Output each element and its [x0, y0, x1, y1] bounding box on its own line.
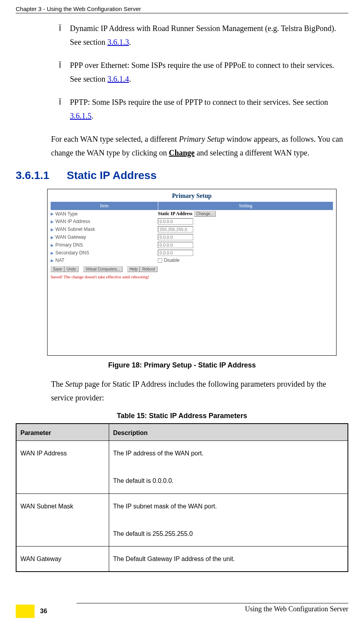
- bullet-text: Dynamic IP Address with Road Runner Sess…: [70, 22, 344, 49]
- row-value: Static IP Address: [158, 211, 192, 217]
- page-footer: Using the Web Configuration Server: [16, 603, 348, 613]
- row-label: WAN IP Address: [55, 219, 90, 224]
- caret-icon: ▶: [51, 227, 54, 232]
- checkbox-label: Disable: [164, 258, 179, 263]
- bullet-text: PPP over Ethernet: Some ISPs require the…: [70, 58, 344, 86]
- figure-row-dns2: ▶Secondary DNS 0.0.0.0: [51, 249, 333, 257]
- section-link[interactable]: 3.6.1.3: [108, 38, 129, 46]
- table-title: Table 15: Static IP Address Parameters: [16, 412, 348, 420]
- figure-row-wan-type: ▶WAN Type Static IP Address Change...: [51, 210, 333, 217]
- bullet-marker: Ï: [59, 22, 70, 35]
- text: .: [129, 75, 131, 83]
- text: The IP subnet mask of the WAN port.: [113, 503, 217, 510]
- table-row: WAN IP Address The IP address of the WAN…: [16, 441, 348, 494]
- figure-caption: Figure 18: Primary Setup - Static IP Add…: [16, 361, 348, 369]
- figure-inner-title: Primary Setup: [48, 192, 336, 199]
- text: .: [91, 111, 93, 120]
- row-label: Secondary DNS: [55, 250, 89, 256]
- wan-ip-input[interactable]: 0.0.0.0: [158, 218, 193, 225]
- param-name: WAN Subnet Mask: [16, 493, 109, 546]
- bullet-2: Ï PPP over Ethernet: Some ISPs require t…: [59, 58, 344, 86]
- figure-table-header: Item Setting: [51, 202, 333, 210]
- primary-dns-input[interactable]: 0.0.0.0: [158, 242, 193, 248]
- text: and selecting a different WAN type.: [195, 148, 309, 157]
- section-number: 3.6.1.1: [16, 169, 67, 182]
- page-number: 36: [40, 608, 47, 615]
- row-label: WAN Gateway: [55, 234, 86, 240]
- text: The: [51, 380, 65, 388]
- table-row: WAN Subnet Mask The IP subnet mask of th…: [16, 493, 348, 546]
- text: The default is 255.255.255.0: [113, 530, 193, 537]
- text: PPTP: Some ISPs require the use of PPTP …: [70, 98, 328, 106]
- page-header: Chapter 3 - Using the Web Configuration …: [16, 5, 348, 13]
- figure-row-gateway: ▶WAN Gateway 0.0.0.0: [51, 233, 333, 241]
- caret-icon: ▶: [51, 219, 54, 224]
- text: The default is 0.0.0.0.: [113, 477, 174, 484]
- text: The IP address of the WAN port.: [113, 450, 203, 457]
- caret-icon: ▶: [51, 251, 54, 255]
- bullet-text: PPTP: Some ISPs require the use of PPTP …: [70, 95, 344, 123]
- parameters-table: Parameter Description WAN IP Address The…: [16, 423, 348, 572]
- figure-button-row: Save Undo Virtual Computers... Help Rebo…: [51, 266, 333, 272]
- caret-icon: ▶: [51, 243, 54, 247]
- virtual-computers-button[interactable]: Virtual Computers...: [83, 266, 123, 272]
- section-link[interactable]: 3.6.1.4: [108, 75, 129, 83]
- footer-text: Using the Web Configuration Server: [77, 603, 348, 613]
- yellow-marker: [16, 605, 35, 618]
- param-name: WAN IP Address: [16, 441, 109, 494]
- text: .: [129, 38, 131, 46]
- save-button[interactable]: Save: [51, 266, 64, 272]
- bullet-marker: Ï: [59, 58, 70, 72]
- row-label: WAN Subnet Mask: [55, 227, 95, 232]
- text: page for Static IP Address includes the …: [51, 380, 326, 402]
- bullet-3: Ï PPTP: Some ISPs require the use of PPT…: [59, 95, 344, 123]
- text-bold: Change: [169, 148, 195, 157]
- page-number-block: 36: [16, 605, 47, 618]
- figure-row-subnet: ▶WAN Subnet Mask 255.255.255.0: [51, 225, 333, 233]
- caret-icon: ▶: [51, 258, 54, 263]
- figure-screenshot: Primary Setup Item Setting ▶WAN Type Sta…: [47, 189, 337, 356]
- paragraph: For each WAN type selected, a different …: [51, 132, 344, 160]
- caret-icon: ▶: [51, 235, 54, 239]
- text-italic: Setup: [65, 380, 82, 388]
- secondary-dns-input[interactable]: 0.0.0.0: [158, 250, 193, 256]
- param-desc: The IP address of the WAN port.The defau…: [109, 441, 348, 494]
- col-header-setting: Setting: [158, 202, 333, 210]
- caret-icon: ▶: [51, 212, 54, 216]
- figure-row-dns1: ▶Primary DNS 0.0.0.0: [51, 241, 333, 249]
- param-name: WAN Gateway: [16, 546, 109, 572]
- row-label: Primary DNS: [55, 242, 83, 248]
- col-header-item: Item: [51, 202, 158, 210]
- section-title: Static IP Address: [67, 169, 157, 182]
- row-label: WAN Type: [55, 211, 78, 217]
- figure-row-wan-ip: ▶WAN IP Address 0.0.0.0: [51, 217, 333, 225]
- main-content: Ï Dynamic IP Address with Road Runner Se…: [16, 22, 348, 572]
- param-desc: The Default Gateway IP address of the un…: [109, 546, 348, 572]
- help-button[interactable]: Help: [127, 266, 140, 272]
- saved-message: Saved! The change doesn't take effective…: [51, 274, 333, 279]
- table-header-parameter: Parameter: [16, 424, 109, 441]
- bullet-1: Ï Dynamic IP Address with Road Runner Se…: [59, 22, 344, 49]
- param-desc: The IP subnet mask of the WAN port.The d…: [109, 493, 348, 546]
- figure-row-nat: ▶NAT Disable: [51, 257, 333, 264]
- gateway-input[interactable]: 0.0.0.0: [158, 234, 193, 240]
- section-link[interactable]: 3.6.1.5: [70, 111, 91, 120]
- bullet-marker: Ï: [59, 95, 70, 109]
- subnet-input[interactable]: 255.255.255.0: [158, 226, 193, 232]
- table-header-description: Description: [109, 424, 348, 441]
- text-italic: Primary Setup: [179, 135, 225, 143]
- text: For each WAN type selected, a different: [51, 135, 179, 143]
- undo-button[interactable]: Undo: [64, 266, 79, 272]
- row-label: NAT: [55, 258, 64, 263]
- change-button[interactable]: Change...: [194, 211, 216, 217]
- nat-disable-checkbox[interactable]: [158, 258, 162, 263]
- paragraph-2: The Setup page for Static IP Address inc…: [51, 377, 344, 405]
- table-row: WAN Gateway The Default Gateway IP addre…: [16, 546, 348, 572]
- section-heading: 3.6.1.1 Static IP Address: [16, 169, 348, 182]
- reboot-button[interactable]: Reboot: [140, 266, 157, 272]
